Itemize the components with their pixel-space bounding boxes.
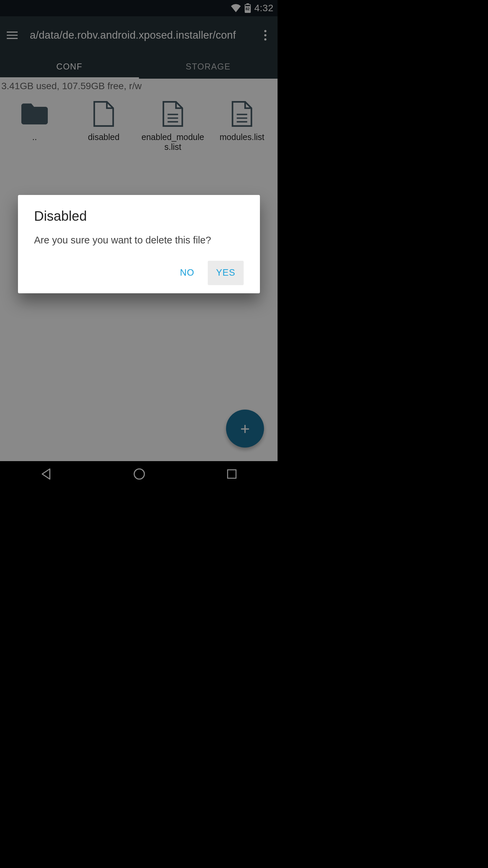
button-label: NO xyxy=(180,268,195,278)
delete-confirm-dialog: Disabled Are you sure you want to delete… xyxy=(18,195,260,293)
dialog-message: Are you sure you want to delete this fil… xyxy=(34,233,244,247)
button-label: YES xyxy=(216,268,235,278)
dialog-title: Disabled xyxy=(34,209,244,224)
modal-scrim[interactable]: Disabled Are you sure you want to delete… xyxy=(0,0,278,488)
no-button[interactable]: NO xyxy=(172,261,203,285)
yes-button[interactable]: YES xyxy=(208,261,243,285)
dialog-actions: NO YES xyxy=(34,261,244,285)
